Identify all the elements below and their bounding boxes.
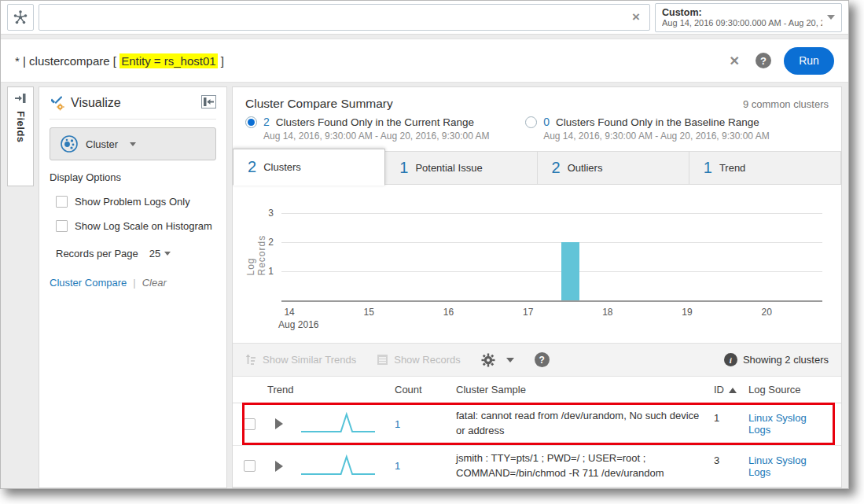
tab-clusters[interactable]: 2 Clusters — [233, 149, 385, 186]
query-help-icon[interactable]: ? — [756, 53, 771, 68]
chevron-down-icon — [827, 15, 835, 20]
sort-ascending-icon — [729, 388, 737, 393]
left-rail: Fields — [7, 86, 34, 488]
baseline-range-option: 0 Clusters Found Only in the Baseline Ra… — [525, 116, 805, 142]
tab-label: Potential Issue — [415, 162, 482, 174]
radio-unselected-icon — [525, 116, 537, 128]
records-per-page-value: 25 — [149, 248, 160, 259]
show-records-label: Show Records — [394, 354, 461, 366]
clear-link[interactable]: Clear — [142, 277, 167, 289]
fields-panel-label: Fields — [15, 111, 27, 143]
cluster-sample-text: jsmith : TTY=pts/1 ; PWD=/ ; USER=root ;… — [443, 451, 703, 481]
chevron-down-icon — [164, 252, 171, 256]
cluster-id: 3 — [703, 454, 739, 466]
gridline — [281, 242, 822, 243]
row-checkbox[interactable] — [244, 460, 256, 472]
current-range-radio[interactable]: 2 Clusters Found Only in the Current Ran… — [245, 116, 525, 128]
display-options-label: Display Options — [50, 171, 216, 183]
histogram-bar[interactable] — [561, 242, 579, 300]
results-toolbar: Show Similar Trends Show Records — [233, 343, 841, 377]
table-help-icon[interactable]: ? — [535, 352, 550, 367]
log-records-chart: 123Log Records14Aug 2016151617181920 — [244, 195, 827, 335]
link-divider: | — [133, 277, 135, 289]
fields-panel-tab[interactable]: Fields — [7, 86, 34, 186]
records-per-page-dropdown[interactable]: 25 — [149, 248, 171, 259]
summary-header: Cluster Compare Summary 9 common cluster… — [233, 87, 841, 112]
baseline-range-label: Clusters Found Only in the Baseline Rang… — [556, 116, 759, 128]
query-prefix: * | clustercompare [ — [15, 54, 119, 68]
tab-potential-issue[interactable]: 1 Potential Issue — [385, 151, 537, 185]
expand-row-icon[interactable] — [275, 418, 283, 429]
checkbox-icon — [56, 220, 68, 232]
id-column-label: ID — [714, 384, 724, 395]
row-checkbox[interactable] — [244, 418, 256, 430]
search-clear-icon[interactable]: × — [628, 9, 644, 25]
y-tick-label: 1 — [268, 266, 274, 277]
trend-sparkline — [300, 454, 376, 479]
checkbox-label: Show Log Scale on Histogram — [75, 220, 212, 232]
app-window: × Custom: Aug 14, 2016 09:30:00.000 AM -… — [0, 0, 849, 489]
panel-collapse-icon — [201, 95, 216, 109]
records-list-icon — [377, 354, 388, 366]
baseline-range-dates: Aug 14, 2016, 9:30:00 AM - Aug 20, 2016,… — [543, 131, 805, 142]
expand-row-icon[interactable] — [275, 461, 283, 472]
top-bar: × Custom: Aug 14, 2016 09:30:00.000 AM -… — [1, 1, 848, 35]
current-range-label: Clusters Found Only in the Current Range — [276, 116, 474, 128]
baseline-range-count: 0 — [543, 116, 550, 128]
sample-column-header[interactable]: Cluster Sample — [443, 384, 703, 395]
cluster-sample-text: fatal: cannot read from /dev/urandom, No… — [443, 409, 703, 439]
cluster-row: 1 jsmith : TTY=pts/1 ; PWD=/ ; USER=root… — [233, 446, 841, 488]
show-similar-trends-button[interactable]: Show Similar Trends — [245, 354, 356, 366]
query-highlighted-term: Entity = rs_host01 — [119, 53, 217, 68]
panel-expand-icon — [14, 92, 27, 105]
show-problem-logs-checkbox[interactable]: Show Problem Logs Only — [56, 196, 216, 208]
chart-type-dropdown[interactable]: Cluster — [50, 127, 216, 160]
show-log-scale-checkbox[interactable]: Show Log Scale on Histogram — [56, 220, 216, 232]
x-tick-label: 20 — [761, 307, 771, 318]
records-per-page-label: Records per Page — [56, 248, 138, 259]
current-range-dates: Aug 14, 2016, 9:30:00 AM - Aug 20, 2016,… — [263, 131, 525, 142]
y-tick-label: 3 — [268, 208, 274, 219]
cluster-network-icon[interactable] — [7, 4, 34, 31]
range-options: 2 Clusters Found Only in the Current Ran… — [233, 112, 841, 142]
query-bar: * | clustercompare [ Entity = rs_host01 … — [1, 39, 848, 83]
common-clusters-count: 9 common clusters — [743, 98, 829, 110]
baseline-range-radio[interactable]: 0 Clusters Found Only in the Baseline Ra… — [525, 116, 805, 128]
cluster-id: 1 — [703, 412, 739, 424]
cluster-row: 1 fatal: cannot read from /dev/urandom, … — [233, 403, 841, 446]
tab-label: Outliers — [568, 162, 603, 174]
tab-outliers[interactable]: 2 Outliers — [538, 151, 689, 185]
cluster-compare-link[interactable]: Cluster Compare — [50, 277, 127, 289]
settings-dropdown-button[interactable] — [481, 353, 514, 367]
visualize-title: Visualize — [71, 96, 196, 110]
cluster-chart-icon — [60, 134, 79, 153]
count-column-header[interactable]: Count — [382, 384, 443, 395]
trend-column-header[interactable]: Trend — [267, 384, 382, 395]
radio-selected-icon — [245, 116, 257, 128]
records-per-page-row: Records per Page 25 — [56, 248, 216, 259]
sidebar-links: Cluster Compare | Clear — [50, 277, 216, 289]
count-link[interactable]: 1 — [395, 460, 400, 472]
run-button[interactable]: Run — [784, 47, 834, 75]
content-area: Fields Visualize — [1, 83, 848, 488]
source-column-header[interactable]: Log Source — [739, 384, 830, 395]
query-suffix: ] — [218, 54, 224, 68]
id-column-header[interactable]: ID — [703, 384, 739, 395]
query-clear-icon[interactable]: ✕ — [730, 53, 740, 68]
tab-count: 1 — [704, 159, 712, 177]
panel-collapse-button[interactable] — [201, 95, 216, 111]
query-input[interactable]: * | clustercompare [ Entity = rs_host01 … — [15, 54, 730, 68]
current-range-count: 2 — [263, 116, 270, 128]
count-link[interactable]: 1 — [395, 418, 400, 430]
log-source-link[interactable]: Linux Syslog Logs — [748, 454, 807, 478]
tab-trend[interactable]: 1 Trend — [689, 151, 841, 185]
time-range-label: Custom: — [662, 7, 822, 18]
x-tick-label: 17 — [523, 307, 533, 318]
visualize-header: Visualize — [50, 95, 216, 120]
checkbox-icon — [56, 196, 68, 208]
x-tick-label: 19 — [682, 307, 692, 318]
show-records-button[interactable]: Show Records — [377, 354, 461, 366]
search-input[interactable] — [39, 4, 650, 31]
log-source-link[interactable]: Linux Syslog Logs — [748, 412, 807, 436]
time-range-picker[interactable]: Custom: Aug 14, 2016 09:30:00.000 AM - A… — [655, 3, 842, 32]
